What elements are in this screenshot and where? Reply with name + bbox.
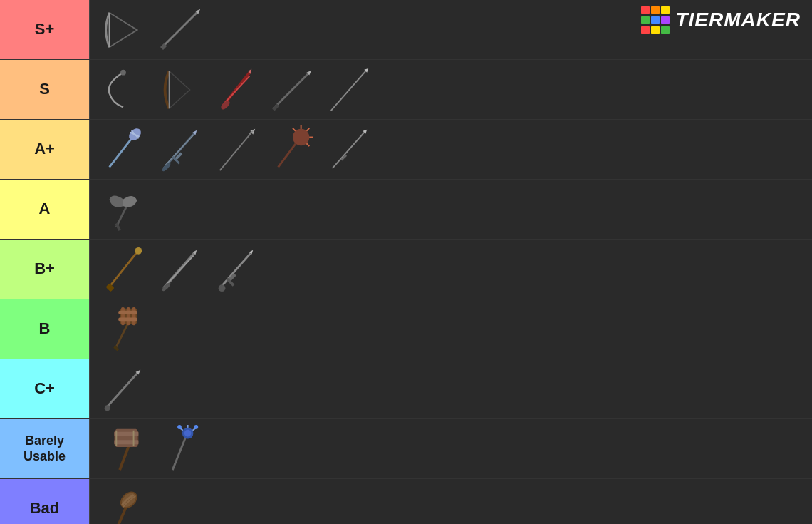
svg-point-51	[218, 284, 225, 292]
dark-lance-icon	[268, 66, 316, 114]
svg-point-76	[194, 425, 198, 429]
whip-icon	[99, 66, 147, 114]
svg-line-69	[172, 435, 186, 470]
icy-mace-icon	[99, 125, 147, 174]
ornate-staff-barely-icon	[155, 425, 204, 473]
tier-label-bad: Bad	[0, 479, 89, 524]
svg-point-21	[160, 161, 171, 172]
weapon-ornate-staff-barely	[152, 422, 206, 476]
weapon-curved-lance	[96, 362, 150, 416]
logo-cell-8	[651, 26, 660, 34]
svg-line-13	[330, 71, 365, 110]
logo-cell-4	[641, 16, 650, 24]
long-staff-icon	[99, 245, 147, 294]
weapon-thin-sword-aplus	[321, 123, 375, 176]
heavy-club-icon	[99, 485, 147, 525]
weapon-long-lance	[152, 3, 206, 56]
weapon-thin-spear	[209, 123, 262, 176]
svg-line-32	[306, 128, 309, 130]
svg-point-4	[120, 69, 126, 75]
svg-line-35	[332, 132, 364, 168]
curved-lance-icon	[99, 365, 147, 413]
tier-row-cplus: C+	[0, 359, 812, 419]
tier-list: TiERMAKER S+	[0, 0, 812, 524]
weapon-large-axe	[96, 183, 150, 236]
svg-rect-54	[121, 307, 125, 324]
weapon-long-staff	[96, 242, 150, 296]
weapon-thin-lance	[321, 63, 375, 116]
tier-content-aplus	[89, 120, 812, 179]
ornate-mace-icon	[99, 305, 147, 354]
logo-cell-1	[641, 6, 650, 14]
svg-line-39	[116, 223, 120, 230]
svg-line-25	[219, 132, 251, 170]
logo-grid-icon	[641, 6, 670, 34]
broad-sword-icon	[155, 245, 204, 294]
weapon-heavy-club	[96, 482, 150, 524]
weapon-broad-sword	[152, 242, 206, 296]
ornate-sword-icon	[155, 125, 204, 174]
svg-rect-57	[118, 310, 137, 314]
spiked-mace-icon	[268, 125, 316, 174]
svg-line-15	[109, 135, 133, 167]
tier-row-barely: Barely Usable	[0, 419, 812, 479]
svg-line-40	[109, 252, 137, 287]
svg-line-10	[273, 73, 308, 108]
logo-cell-7	[641, 26, 650, 34]
weapon-spiked-mace	[265, 123, 318, 176]
svg-rect-56	[132, 307, 135, 324]
svg-rect-66	[114, 440, 138, 444]
logo-cell-5	[651, 16, 660, 24]
svg-line-20	[165, 135, 193, 165]
large-hammer-icon	[99, 425, 147, 473]
long-lance-icon	[155, 6, 204, 54]
svg-rect-42	[105, 283, 114, 292]
header: TiERMAKER	[641, 6, 801, 34]
tier-label-bplus: B+	[0, 240, 89, 299]
weapon-dark-lance	[265, 63, 318, 116]
tier-row-b: B	[0, 299, 812, 359]
weapon-large-hammer	[96, 422, 150, 476]
thin-spear-icon	[212, 125, 260, 174]
tier-content-a	[89, 180, 812, 239]
tier-content-s	[89, 60, 812, 119]
tier-row-s: S	[0, 60, 812, 120]
svg-line-34	[292, 128, 295, 130]
logo-text: TiERMAKER	[675, 9, 801, 31]
svg-point-71	[184, 429, 191, 436]
svg-point-61	[104, 405, 110, 411]
weapon-straight-sword	[209, 242, 262, 296]
thin-sword-aplus-icon	[324, 125, 373, 174]
svg-line-59	[114, 346, 118, 350]
tier-content-cplus	[89, 359, 812, 418]
tier-label-cplus: C+	[0, 359, 89, 418]
large-axe-icon	[99, 185, 147, 234]
weapon-whip	[96, 63, 150, 116]
tier-label-s: S	[0, 60, 89, 119]
tier-row-a: A	[0, 180, 812, 240]
curved-bow-icon	[99, 6, 147, 54]
tier-label-aplus: A+	[0, 120, 89, 179]
weapon-ornate-mace	[96, 302, 150, 356]
svg-line-7	[224, 76, 249, 103]
svg-line-44	[165, 255, 193, 285]
weapon-dark-bow	[152, 63, 206, 116]
thin-lance-icon	[324, 66, 373, 114]
tier-label-splus: S+	[0, 0, 89, 59]
tier-label-barely: Barely Usable	[0, 419, 89, 478]
tier-row-aplus: A+	[0, 120, 812, 180]
logo-cell-3	[661, 6, 670, 14]
weapon-curved-bow	[96, 3, 150, 56]
tier-label-b: B	[0, 299, 89, 359]
svg-point-29	[292, 128, 308, 145]
tier-label-a: A	[0, 180, 89, 239]
svg-line-33	[306, 143, 309, 146]
svg-rect-58	[118, 317, 137, 321]
tier-content-barely	[89, 419, 812, 478]
logo-cell-9	[661, 26, 670, 34]
logo-cell-6	[661, 16, 670, 24]
tier-content-bad	[89, 479, 812, 524]
weapon-red-sword	[209, 63, 262, 116]
straight-sword-icon	[212, 245, 260, 294]
tier-content-bplus	[89, 240, 812, 299]
